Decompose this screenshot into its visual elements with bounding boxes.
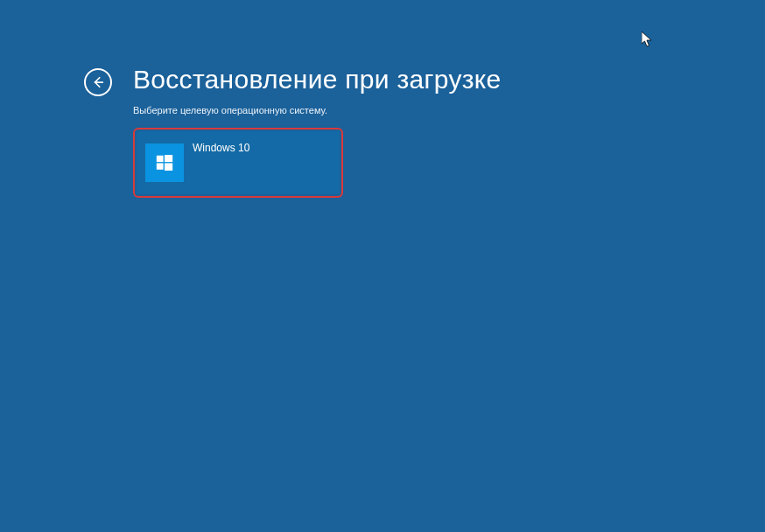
recovery-screen: Восстановление при загрузке Выберите цел… (0, 0, 765, 198)
back-arrow-icon (92, 76, 104, 88)
os-option-label: Windows 10 (193, 142, 249, 154)
os-option-windows10[interactable]: Windows 10 (137, 131, 340, 194)
windows-logo-icon (145, 144, 184, 182)
svg-rect-1 (165, 155, 172, 162)
os-tile-highlight: Windows 10 (133, 128, 343, 198)
svg-rect-2 (157, 163, 164, 169)
header-row: Восстановление при загрузке (84, 63, 765, 96)
page-title: Восстановление при загрузке (133, 65, 502, 94)
svg-rect-0 (157, 156, 164, 162)
back-button[interactable] (84, 68, 112, 96)
svg-rect-3 (165, 163, 172, 171)
page-subtitle: Выберите целевую операционную систему. (133, 105, 765, 116)
